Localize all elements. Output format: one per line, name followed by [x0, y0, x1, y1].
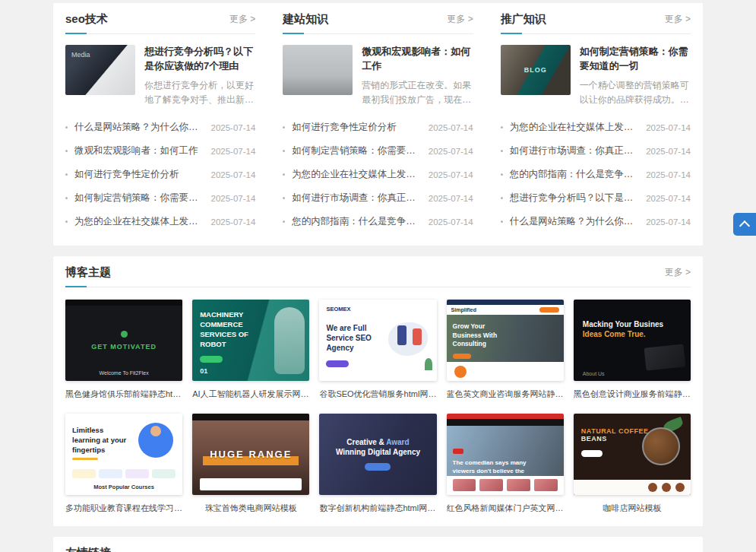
back-to-top-button[interactable] — [733, 213, 756, 236]
more-link[interactable]: 更多 > — [665, 13, 691, 26]
list-item[interactable]: 如何进行市场调查：你真正需要知道的2025-07-14 — [501, 139, 691, 163]
thumb-topbar — [447, 414, 564, 419]
list-item[interactable]: 您的内部指南：什么是竞争环境分析？2025-07-14 — [501, 163, 691, 186]
theme-item: MACHINERY COMMERCE SERVICES OF ROBOT 01 … — [192, 300, 309, 400]
theme-thumbnail[interactable]: Limitless learning at your fingertips Mo… — [65, 414, 182, 495]
article-date: 2025-07-14 — [646, 123, 691, 132]
thumb-button — [453, 354, 471, 359]
theme-caption[interactable]: 咖啡店网站模板 — [574, 503, 691, 514]
theme-caption[interactable]: 谷歌SEO优化营销服务html网站模板 — [319, 389, 436, 400]
section-title: 建站知识 — [283, 12, 328, 27]
featured-image[interactable]: BLOG — [501, 45, 571, 95]
article-title: 微观和宏观影响者：如何工作 — [74, 144, 204, 157]
featured-article[interactable]: Media 想进行竞争分析吗？以下是你应该做的7个理由 你想进行竞争分析，以更好… — [65, 34, 255, 114]
theme-caption[interactable]: 红色风格新闻媒体门户英文网站模板 — [447, 503, 564, 514]
theme-thumbnail[interactable]: The comedian says many viewers don't bel… — [447, 414, 564, 495]
list-item[interactable]: 为您的企业在社交媒体上发布什么2025-07-14 — [283, 163, 473, 186]
featured-article[interactable]: 微观和宏观影响者：如何工作 营销的形式正在改变。如果最初我们投放广告，现在我们正… — [283, 34, 473, 114]
list-item[interactable]: 如何制定营销策略：你需要知道的一切2025-07-14 — [283, 139, 473, 163]
more-link[interactable]: 更多 > — [447, 13, 473, 26]
theme-caption[interactable]: 黑色健身馆俱乐部前端静态html网站模板 — [65, 389, 182, 400]
theme-thumbnail[interactable]: NATURAL COFFEE BEANS — [574, 414, 691, 495]
bullet-icon — [501, 220, 503, 223]
theme-thumbnail[interactable]: Macking Your Busines Ideas Come True. Ab… — [574, 300, 691, 381]
theme-caption[interactable]: 珠宝首饰类电商网站模板 — [192, 503, 309, 514]
featured-image[interactable] — [283, 45, 353, 95]
featured-article[interactable]: BLOG 如何制定营销策略：你需要知道的一切 一个精心调整的营销策略可以让你的品… — [501, 34, 691, 114]
thumb-headline: Limitless learning at your fingertips — [72, 426, 130, 455]
bullet-icon — [65, 126, 68, 128]
article-date: 2025-07-14 — [429, 123, 473, 132]
article-date: 2025-07-14 — [429, 170, 473, 179]
list-item[interactable]: 什么是网站策略？为什么你需要它以及你如何做到2025-07-14 — [65, 116, 255, 139]
theme-item: HUGE RANGE 珠宝首饰类电商网站模板 — [192, 414, 309, 514]
list-item[interactable]: 微观和宏观影响者：如何工作2025-07-14 — [65, 139, 255, 163]
article-title: 为您的企业在社交媒体上发布什么 — [292, 168, 421, 181]
article-date: 2025-07-14 — [646, 147, 691, 156]
theme-item: Creative & Award Winning Digital Agency … — [319, 414, 436, 514]
featured-title[interactable]: 想进行竞争分析吗？以下是你应该做的7个理由 — [144, 45, 255, 74]
bullet-icon — [65, 173, 68, 176]
featured-text: 如何制定营销策略：你需要知道的一切 一个精心调整的营销策略可以让你的品牌获得成功… — [580, 45, 691, 108]
list-item[interactable]: 如何进行竞争性定价分析2025-07-14 — [65, 163, 255, 186]
thumb-button — [365, 463, 391, 471]
theme-caption[interactable]: 黑色创意设计商业服务前端静态html5网站模板 — [574, 389, 691, 400]
theme-caption[interactable]: 蓝色英文商业咨询服务网站静态html模板 — [447, 389, 564, 400]
thumb-subtext: Welcome To Fit2Flex — [65, 370, 182, 376]
thumb-headline: MACHINERY COMMERCE SERVICES OF ROBOT — [200, 310, 274, 349]
thumb-hero-photo: The comedian says many viewers don't bel… — [447, 426, 564, 476]
section-title: 友情链接 — [65, 546, 111, 552]
list-item[interactable]: 为您的企业在社交媒体上发布什么2025-07-14 — [65, 210, 255, 233]
theme-item: NATURAL COFFEE BEANS 咖啡店网站模板 — [574, 414, 691, 514]
article-date: 2025-07-14 — [429, 194, 473, 203]
article-date: 2025-07-14 — [646, 194, 691, 203]
more-link[interactable]: 更多 > — [665, 266, 691, 279]
featured-text: 想进行竞争分析吗？以下是你应该做的7个理由 你想进行竞争分析，以更好地了解竞争对… — [144, 45, 255, 108]
article-date: 2025-07-14 — [429, 217, 473, 227]
news-tile — [507, 479, 530, 491]
list-item[interactable]: 什么是网站策略？为什么你需要它以及你如何做到2025-07-14 — [501, 210, 691, 233]
article-title: 您的内部指南：什么是竞争环境分析？ — [292, 215, 421, 228]
thumb-bottom-strip — [200, 478, 302, 490]
theme-caption[interactable]: 多功能职业教育课程在线学习平台网站模板 — [65, 503, 182, 514]
thumb-navbar: Simplified — [447, 305, 564, 315]
bullet-icon — [501, 173, 503, 176]
theme-thumbnail[interactable]: HUGE RANGE — [192, 414, 309, 495]
list-item[interactable]: 您的内部指南：什么是竞争环境分析？2025-07-14 — [283, 210, 473, 233]
bullet-icon — [501, 150, 503, 152]
theme-thumbnail[interactable]: Creative & Award Winning Digital Agency — [319, 414, 436, 495]
list-item[interactable]: 如何进行市场调查：你真正需要知道的2025-07-14 — [283, 186, 473, 210]
article-date: 2025-07-14 — [646, 217, 691, 227]
featured-excerpt: 你想进行竞争分析，以更好地了解竞争对手、推出新产品、甚至获得更多关于营销策略的想… — [144, 78, 255, 109]
thumb-headline: GET MOTIVATED — [91, 343, 157, 351]
thumb-headline: Winning Digital Agency — [336, 448, 420, 456]
list-item[interactable]: 为您的企业在社交媒体上发布什么2025-07-14 — [501, 116, 691, 139]
theme-thumbnail[interactable]: Simplified Grow Your Business With Consu… — [447, 300, 564, 381]
article-column-tuiguang: 推广知识 更多 > BLOG 如何制定营销策略：你需要知道的一切 一个精心调整的… — [501, 12, 691, 233]
list-item[interactable]: 如何进行竞争性定价分析2025-07-14 — [283, 116, 473, 139]
thumb-headline: Macking Your Busines — [583, 319, 682, 330]
friend-links-section: 友情链接 格果网络 pbootcms模板 网站建设 云服务器 外链论坛 网站模板 — [53, 537, 703, 552]
list-item[interactable]: 想进行竞争分析吗？以下是你应该做的7个理由2025-07-14 — [501, 186, 691, 210]
section-header: 建站知识 更多 > — [283, 12, 473, 34]
theme-thumbnail[interactable]: SEOMEX We are Full Service SEO Agency — [319, 300, 436, 381]
bullet-icon — [283, 173, 285, 176]
theme-caption[interactable]: AI人工智能机器人研发展示网站模板 — [192, 389, 309, 400]
bullet-icon — [283, 220, 285, 223]
featured-title[interactable]: 微观和宏观影响者：如何工作 — [362, 45, 473, 74]
theme-thumbnail[interactable]: MACHINERY COMMERCE SERVICES OF ROBOT 01 — [192, 300, 309, 381]
more-link[interactable]: 更多 > — [229, 13, 255, 26]
theme-thumbnail[interactable]: GET MOTIVATED Welcome To Fit2Flex — [65, 300, 182, 381]
main-content: seo技术 更多 > Media 想进行竞争分析吗？以下是你应该做的7个理由 你… — [53, 0, 703, 552]
featured-image[interactable]: Media — [65, 45, 135, 95]
category-chips — [72, 469, 176, 478]
coffee-circle — [662, 483, 671, 492]
section-header: seo技术 更多 > — [65, 12, 255, 34]
theme-caption[interactable]: 数字创新机构前端静态html网站模板 — [319, 503, 436, 514]
featured-title[interactable]: 如何制定营销策略：你需要知道的一切 — [580, 45, 691, 74]
list-item[interactable]: 如何制定营销策略：你需要知道的一切2025-07-14 — [65, 186, 255, 210]
article-date: 2025-07-14 — [211, 123, 256, 132]
article-date: 2025-07-14 — [211, 194, 256, 203]
coffee-circle — [675, 483, 685, 492]
article-title: 如何进行竞争性定价分析 — [74, 168, 204, 181]
